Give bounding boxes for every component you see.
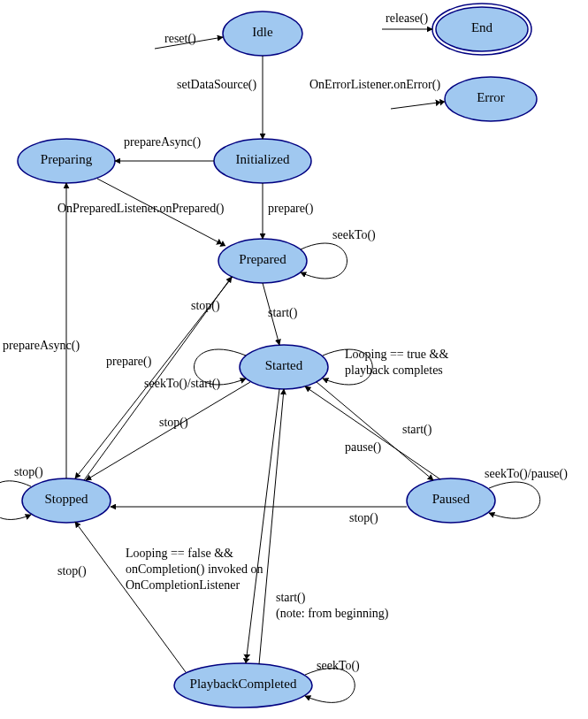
label-looping-true-2: playback completes [345, 363, 443, 377]
label-started-seekto-start: seekTo()/start() [144, 377, 220, 391]
state-end-label: End [471, 20, 493, 34]
label-onerror: OnErrorListener.onError() [309, 78, 440, 92]
label-looping-false-1: Looping == false && [126, 547, 233, 560]
state-paused-label: Paused [432, 492, 470, 506]
label-started-stop: stop() [159, 416, 188, 430]
label-stopped-stop: stop() [14, 465, 43, 479]
label-paused-start: start() [402, 423, 432, 437]
label-paused-seekto: seekTo()/pause() [485, 467, 568, 481]
state-stopped-label: Stopped [44, 492, 88, 506]
edge-onerror [391, 102, 445, 109]
state-preparing-label: Preparing [41, 152, 93, 166]
label-reset: reset() [164, 32, 196, 46]
label-completed-stop: stop() [57, 564, 87, 578]
edge-completed-stop [75, 522, 186, 672]
state-error-label: Error [477, 90, 505, 104]
state-diagram: Idle End Error Initialized Preparing Pre… [0, 0, 588, 719]
label-start-note-2: (note: from beginning) [276, 607, 389, 621]
label-prepare: prepare() [268, 202, 314, 216]
state-playback-completed-label: PlaybackCompleted [190, 677, 297, 691]
label-prepared-seekto: seekTo() [332, 228, 376, 242]
label-prepareasync: prepareAsync() [124, 135, 201, 149]
state-idle-label: Idle [252, 25, 273, 39]
state-started-label: Started [265, 358, 303, 372]
label-looping-false-3: OnCompletionListener [126, 578, 240, 592]
label-stopped-prepareasync: prepareAsync() [3, 339, 80, 353]
state-initialized-label: Initialized [236, 152, 290, 166]
edge-prepared-seekto [301, 243, 347, 279]
edge-paused-seekto [489, 482, 540, 518]
label-release: release() [386, 11, 429, 26]
state-prepared-label: Prepared [239, 252, 286, 266]
label-prepared-start: start() [268, 306, 298, 320]
label-paused-stop: stop() [349, 511, 378, 525]
label-start-note-1: start() [276, 591, 306, 605]
label-onprepared: OnPreparedListener.onPrepared() [57, 202, 225, 216]
label-setdatasource: setDataSource() [177, 78, 257, 92]
label-started-pause: pause() [345, 440, 382, 455]
label-completed-seekto: seekTo() [317, 659, 360, 673]
label-prepared-stop: stop() [191, 299, 220, 313]
label-looping-false-2: onCompletion() invoked on [126, 562, 263, 577]
edge-started-stop [86, 382, 250, 480]
label-stopped-prepare: prepare() [106, 355, 152, 369]
label-looping-true-1: Looping == true && [345, 348, 448, 361]
